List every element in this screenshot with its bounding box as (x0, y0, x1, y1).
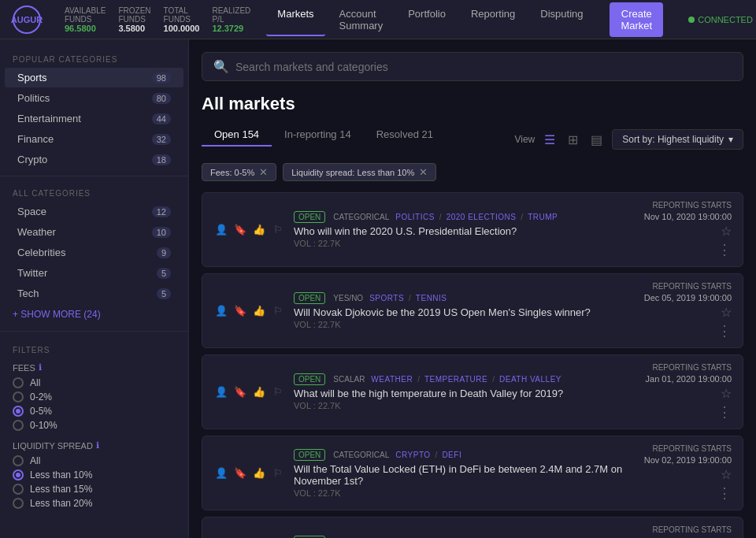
available-funds-value: 96.5800 (65, 24, 106, 33)
favorite-button[interactable]: ☆ (721, 224, 732, 239)
fee-radio-0-5[interactable] (13, 406, 24, 417)
filters-title: FILTERS (13, 346, 176, 354)
tab-markets[interactable]: Markets (266, 3, 324, 36)
card-title[interactable]: Will the Total Value Locked (ETH) in DeF… (294, 463, 636, 487)
liquidity-radio-all[interactable] (13, 455, 24, 466)
tab-portfolio[interactable]: Portfolio (397, 3, 457, 36)
fee-radio-all[interactable] (13, 377, 24, 388)
logo-area: AUGUR (13, 6, 41, 34)
reporting-starts-label: REPORTING STARTS (652, 363, 732, 372)
flag-icon[interactable]: ⚐ (270, 384, 286, 400)
search-input[interactable] (235, 61, 732, 73)
sidebar-item-entertainment[interactable]: Entertainment 44 (5, 109, 183, 128)
thumbs-up-icon[interactable]: 👍 (251, 222, 267, 238)
total-funds-label: TOTAL FUNDS (164, 6, 200, 24)
tag-separator: / (417, 375, 420, 384)
sidebar-label-weather: Weather (17, 226, 56, 238)
sidebar-item-space[interactable]: Space 12 (5, 202, 183, 221)
fee-option-all[interactable]: All (13, 377, 176, 388)
market-card: 👤 🔖 👍 ⚐ OPEN YES/NO POLITICS/2020 ELECTI… (202, 517, 743, 538)
type-badge: SCALAR (333, 375, 365, 384)
view-grid-icon[interactable]: ⊞ (565, 131, 581, 149)
card-title[interactable]: Who will win the 2020 U.S. Presidential … (294, 225, 636, 237)
more-options-button[interactable]: ⋮ (717, 484, 732, 502)
fee-option-0-2[interactable]: 0-2% (13, 391, 176, 403)
reporting-date: Dec 05, 2019 19:00:00 (644, 293, 732, 302)
tag: CRYPTO (395, 451, 430, 459)
sidebar-item-twitter[interactable]: Twitter 5 (5, 263, 183, 283)
liquidity-label-all: All (30, 455, 40, 466)
frozen-funds-label: FROZEN FUNDS (118, 6, 150, 24)
thumbs-up-icon[interactable]: 👍 (251, 384, 267, 400)
bookmark-icon[interactable]: 🔖 (232, 466, 248, 481)
tab-account-summary[interactable]: Account Summary (328, 3, 395, 36)
flag-icon[interactable]: ⚐ (270, 466, 286, 481)
favorite-button[interactable]: ☆ (721, 305, 732, 320)
filters-section: FILTERS FEES ℹ All 0-2% 0-5% (0, 338, 188, 526)
liquidity-radio-20[interactable] (13, 498, 24, 509)
view-table-icon[interactable]: ▤ (587, 131, 606, 149)
tab-in-reporting[interactable]: In-reporting 14 (272, 124, 364, 147)
favorite-button[interactable]: ☆ (721, 386, 732, 401)
fees-info-icon: ℹ (39, 362, 42, 373)
flag-icon[interactable]: ⚐ (270, 222, 286, 238)
reporting-starts-label: REPORTING STARTS (652, 282, 732, 291)
card-title[interactable]: Will Novak Djokovic be the 2019 US Open … (294, 306, 636, 318)
chip-fees[interactable]: Fees: 0-5% ✕ (202, 163, 276, 181)
card-vol: VOL : 22.7K (294, 239, 636, 248)
liquidity-option-20[interactable]: Less than 20% (13, 498, 176, 509)
market-list: 👤 🔖 👍 ⚐ OPEN CATEGORICAL POLITICS/2020 E… (202, 192, 743, 538)
favorite-button[interactable]: ☆ (721, 467, 732, 482)
fees-filter-title: FEES ℹ (13, 362, 176, 373)
fee-option-0-5[interactable]: 0-5% (13, 406, 176, 417)
bookmark-icon[interactable]: 🔖 (232, 384, 248, 400)
sort-button[interactable]: Sort by: Highest liquidity ▾ (612, 129, 743, 150)
realized-pl: REALIZED P/L 12.3729 (212, 6, 250, 33)
liquidity-option-all[interactable]: All (13, 455, 176, 466)
tag: WEATHER (371, 375, 413, 384)
thumbs-up-icon[interactable]: 👍 (251, 303, 267, 319)
tab-resolved[interactable]: Resolved 21 (364, 124, 446, 147)
all-categories-title: ALL CATEGORIES (0, 183, 188, 201)
reporting-date: Nov 10, 2020 19:00:00 (644, 212, 732, 221)
more-options-button[interactable]: ⋮ (717, 241, 732, 258)
sidebar-count-space: 12 (152, 206, 171, 217)
sidebar-item-politics[interactable]: Politics 80 (5, 88, 183, 108)
liquidity-option-10[interactable]: Less than 10% (13, 469, 176, 480)
create-market-button[interactable]: Create Market (610, 2, 663, 37)
sidebar-item-crypto[interactable]: Crypto 18 (5, 150, 183, 169)
fee-radio-0-2[interactable] (13, 391, 24, 403)
sidebar-item-celebrities[interactable]: Celebrities 9 (5, 243, 183, 262)
sidebar-item-finance[interactable]: Finance 32 (5, 129, 183, 149)
more-options-button[interactable]: ⋮ (717, 403, 732, 421)
card-main: OPEN CATEGORICAL CRYPTO/DEFI Will the To… (294, 449, 636, 498)
bookmark-icon[interactable]: 🔖 (232, 303, 248, 319)
view-list-icon[interactable]: ☰ (541, 131, 558, 149)
nav-tabs: Markets Account Summary Portfolio Report… (266, 3, 594, 36)
liquidity-radio-15[interactable] (13, 484, 24, 495)
flag-icon[interactable]: ⚐ (270, 303, 286, 319)
show-more-button[interactable]: + SHOW MORE (24) (0, 304, 188, 325)
tab-open[interactable]: Open 154 (202, 124, 272, 147)
tag: SPORTS (369, 294, 404, 302)
chip-liquidity-remove[interactable]: ✕ (419, 166, 428, 178)
fee-option-0-10[interactable]: 0-10% (13, 420, 176, 431)
bookmark-icon[interactable]: 🔖 (232, 222, 248, 238)
liquidity-radio-10[interactable] (13, 469, 24, 480)
tab-reporting[interactable]: Reporting (460, 3, 526, 36)
more-options-button[interactable]: ⋮ (717, 322, 732, 339)
card-title[interactable]: What will be the high temperature in Dea… (294, 388, 638, 399)
sidebar-item-tech[interactable]: Tech 5 (5, 284, 183, 303)
thumbs-up-icon[interactable]: 👍 (251, 466, 267, 481)
funds-info: AVAILABLE FUNDS 96.5800 FROZEN FUNDS 3.5… (65, 6, 250, 33)
chip-liquidity[interactable]: Liquidity spread: Less than 10% ✕ (283, 163, 436, 181)
fee-radio-0-10[interactable] (13, 420, 24, 431)
sidebar-item-sports[interactable]: Sports 98 (5, 68, 183, 87)
sidebar-item-weather[interactable]: Weather 10 (5, 222, 183, 242)
tag: DEFI (442, 451, 461, 459)
liquidity-option-15[interactable]: Less than 15% (13, 484, 176, 495)
chip-fees-remove[interactable]: ✕ (259, 166, 268, 178)
active-filters: Fees: 0-5% ✕ Liquidity spread: Less than… (202, 163, 743, 181)
tab-disputing[interactable]: Disputing (529, 3, 594, 36)
type-badge: CATEGORICAL (333, 213, 389, 221)
